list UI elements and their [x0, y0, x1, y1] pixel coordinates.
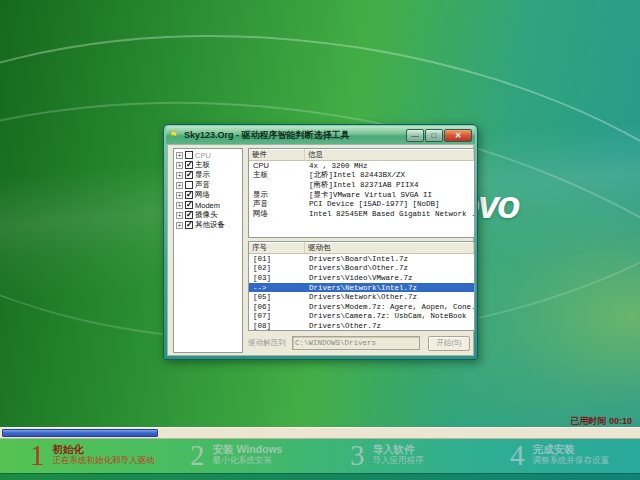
driver-package-cell: Drivers\Video\VMware.7z: [305, 274, 474, 282]
driver-index-cell: [08]: [249, 322, 305, 330]
column-header-package: 驱动包: [305, 242, 474, 253]
tree-item-label: 主板: [195, 160, 210, 170]
tree-item-label: CPU: [195, 151, 211, 160]
step-texts: 安装 Windows最小化系统安装: [213, 440, 283, 466]
tree-item-label: 摄像头: [195, 210, 218, 220]
driver-index-cell: [03]: [249, 274, 305, 282]
start-button[interactable]: 开始(S): [428, 336, 470, 351]
hardware-name-cell: CPU: [249, 161, 305, 170]
driver-package-cell: Drivers\Network\Intel.7z: [305, 284, 474, 292]
install-step-2: 2安装 Windows最小化系统安装: [190, 440, 282, 470]
expand-icon[interactable]: [176, 172, 183, 179]
hardware-row[interactable]: CPU4x , 3200 MHz: [249, 161, 474, 171]
tree-item-label: 其他设备: [195, 220, 225, 230]
device-checkbox[interactable]: [185, 211, 193, 219]
driver-row[interactable]: [07]Drivers\Camera.7z: UsbCam, NoteBook: [249, 312, 474, 322]
tree-item-声音[interactable]: 声音: [174, 180, 242, 190]
bottom-accent-strip: [0, 473, 640, 480]
hardware-row[interactable]: 显示[显卡]VMware Virtual SVGA II: [249, 190, 474, 200]
driver-row[interactable]: [08]Drivers\Other.7z: [249, 321, 474, 331]
tree-item-label: 显示: [195, 170, 210, 180]
window-controls: — □ ✕: [406, 129, 472, 142]
driver-row[interactable]: [06]Drivers\Modem.7z: Agere, Aopen, Cone…: [249, 302, 474, 312]
hardware-name-cell: 声音: [249, 199, 305, 209]
driver-index-cell: -->: [249, 284, 305, 292]
step-texts: 初始化正在系统初始化和导入驱动: [53, 440, 155, 466]
driver-package-cell: Drivers\Other.7z: [305, 322, 474, 330]
tree-item-CPU[interactable]: CPU: [174, 150, 242, 160]
hardware-info-cell: [北桥]Intel 82443BX/ZX: [305, 170, 474, 180]
driver-table-header: 序号 驱动包: [249, 242, 474, 254]
install-step-4: 4完成安装调整系统并保存设置: [510, 440, 609, 470]
hardware-info-table: 硬件 信息 CPU4x , 3200 MHz主板[北桥]Intel 82443B…: [248, 148, 475, 238]
desktop: lenovo ⚑ Sky123.Org - 驱动程序智能判断选择工具 — □ ✕…: [0, 0, 640, 480]
step-number: 4: [510, 440, 525, 470]
device-checkbox[interactable]: [185, 171, 193, 179]
extract-path-label: 驱动解压到: [248, 338, 292, 348]
maximize-button[interactable]: □: [425, 129, 443, 142]
minimize-button[interactable]: —: [406, 129, 424, 142]
expand-icon[interactable]: [176, 182, 183, 189]
step-subtitle: 正在系统初始化和导入驱动: [53, 455, 155, 466]
step-texts: 完成安装调整系统并保存设置: [533, 440, 610, 466]
driver-index-cell: [01]: [249, 255, 305, 263]
step-title: 初始化: [53, 443, 155, 455]
hardware-info-cell: PCI Device [15AD-1977] [NoDB]: [305, 200, 474, 208]
expand-icon[interactable]: [176, 162, 183, 169]
step-subtitle: 导入应用程序: [373, 455, 424, 466]
driver-row[interactable]: [01]Drivers\Board\Intel.7z: [249, 254, 474, 264]
tree-item-主板[interactable]: 主板: [174, 160, 242, 170]
step-title: 导入软件: [373, 443, 424, 455]
driver-tool-window: ⚑ Sky123.Org - 驱动程序智能判断选择工具 — □ ✕ CPU主板显…: [163, 124, 478, 360]
hardware-name-cell: 显示: [249, 190, 305, 200]
expand-icon[interactable]: [176, 222, 183, 229]
window-title: Sky123.Org - 驱动程序智能判断选择工具: [184, 129, 402, 142]
step-number: 3: [350, 440, 365, 470]
tree-item-网络[interactable]: 网络: [174, 190, 242, 200]
tree-item-label: 网络: [195, 190, 210, 200]
tree-item-其他设备[interactable]: 其他设备: [174, 220, 242, 230]
install-step-1: 1初始化正在系统初始化和导入驱动: [30, 440, 155, 470]
hardware-info-cell: [南桥]Intel 82371AB PIIX4: [305, 180, 474, 190]
column-header-hardware: 硬件: [249, 149, 305, 160]
driver-package-cell: Drivers\Board\Other.7z: [305, 264, 474, 272]
step-title: 安装 Windows: [213, 443, 283, 455]
hardware-row[interactable]: 网络Intel 82545EM Based Gigabit Network ..…: [249, 209, 474, 219]
driver-package-cell: Drivers\Board\Intel.7z: [305, 255, 474, 263]
tree-item-label: Modem: [195, 201, 220, 210]
expand-icon[interactable]: [176, 202, 183, 209]
close-button[interactable]: ✕: [444, 129, 472, 142]
driver-row[interactable]: -->Drivers\Network\Intel.7z: [249, 283, 474, 293]
hardware-info-cell: [显卡]VMware Virtual SVGA II: [305, 190, 474, 200]
hardware-table-header: 硬件 信息: [249, 149, 474, 161]
driver-row[interactable]: [05]Drivers\Network\Other.7z: [249, 292, 474, 302]
driver-index-cell: [07]: [249, 312, 305, 320]
tree-item-Modem[interactable]: Modem: [174, 200, 242, 210]
driver-package-table: 序号 驱动包 [01]Drivers\Board\Intel.7z[02]Dri…: [248, 241, 475, 331]
window-titlebar[interactable]: ⚑ Sky123.Org - 驱动程序智能判断选择工具 — □ ✕: [166, 126, 475, 144]
extract-path-input[interactable]: [292, 336, 420, 350]
device-checkbox[interactable]: [185, 151, 193, 159]
hardware-info-cell: Intel 82545EM Based Gigabit Network ...: [305, 210, 474, 218]
tree-item-label: 声音: [195, 180, 210, 190]
expand-icon[interactable]: [176, 192, 183, 199]
hardware-row[interactable]: [南桥]Intel 82371AB PIIX4: [249, 180, 474, 190]
expand-icon[interactable]: [176, 212, 183, 219]
tree-item-显示[interactable]: 显示: [174, 170, 242, 180]
driver-package-cell: Drivers\Modem.7z: Agere, Aopen, Cone...: [305, 303, 474, 311]
tree-item-摄像头[interactable]: 摄像头: [174, 210, 242, 220]
driver-row[interactable]: [03]Drivers\Video\VMware.7z: [249, 273, 474, 283]
expand-icon[interactable]: [176, 152, 183, 159]
device-checkbox[interactable]: [185, 161, 193, 169]
device-checkbox[interactable]: [185, 181, 193, 189]
device-checkbox[interactable]: [185, 191, 193, 199]
hardware-row[interactable]: 主板[北桥]Intel 82443BX/ZX: [249, 171, 474, 181]
device-checkbox[interactable]: [185, 221, 193, 229]
device-checkbox[interactable]: [185, 201, 193, 209]
driver-package-cell: Drivers\Network\Other.7z: [305, 293, 474, 301]
step-number: 2: [190, 440, 205, 470]
app-flag-icon: ⚑: [169, 129, 181, 141]
driver-row[interactable]: [02]Drivers\Board\Other.7z: [249, 264, 474, 274]
hardware-row[interactable]: 声音PCI Device [15AD-1977] [NoDB]: [249, 199, 474, 209]
dialog-client-area: CPU主板显示声音网络Modem摄像头其他设备 硬件 信息 CPU4x , 32…: [167, 144, 474, 356]
